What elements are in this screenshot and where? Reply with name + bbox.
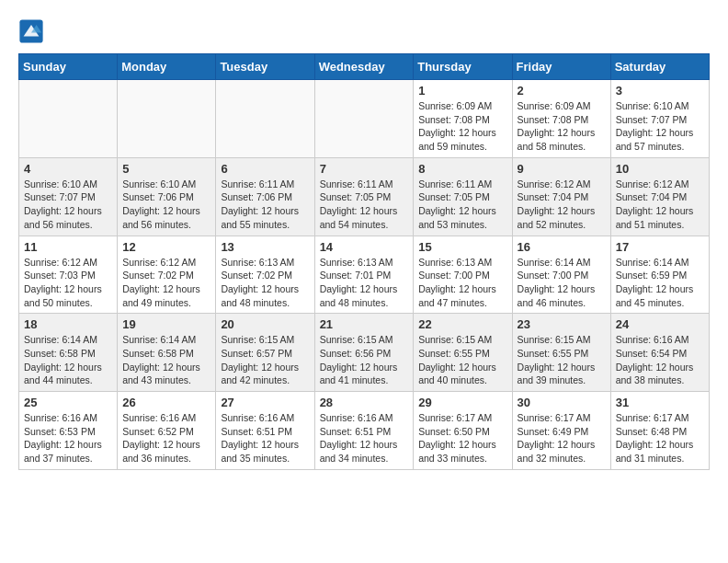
weekday-header: Wednesday [314,54,414,80]
calendar-cell: 7Sunrise: 6:11 AM Sunset: 7:05 PM Daylig… [314,157,414,236]
day-info: Sunrise: 6:09 AM Sunset: 7:08 PM Dayligh… [518,99,606,154]
day-number: 7 [320,162,409,176]
day-number: 28 [320,396,409,409]
day-number: 6 [221,162,309,176]
calendar-cell: 3Sunrise: 6:10 AM Sunset: 7:07 PM Daylig… [610,80,709,158]
calendar-cell: 19Sunrise: 6:14 AM Sunset: 6:58 PM Dayli… [118,314,216,392]
weekday-header: Monday [118,54,216,80]
day-number: 18 [24,317,112,331]
day-info: Sunrise: 6:13 AM Sunset: 7:00 PM Dayligh… [418,256,506,310]
logo [18,18,49,44]
day-number: 15 [418,240,506,254]
day-info: Sunrise: 6:16 AM Sunset: 6:51 PM Dayligh… [221,411,309,465]
day-info: Sunrise: 6:09 AM Sunset: 7:08 PM Dayligh… [418,99,506,154]
calendar-cell [216,80,314,158]
day-info: Sunrise: 6:14 AM Sunset: 7:00 PM Dayligh… [518,256,606,310]
calendar-cell: 30Sunrise: 6:17 AM Sunset: 6:49 PM Dayli… [512,392,610,470]
day-number: 26 [122,396,210,409]
calendar-cell: 12Sunrise: 6:12 AM Sunset: 7:02 PM Dayli… [118,236,216,314]
calendar-header: SundayMondayTuesdayWednesdayThursdayFrid… [19,54,710,80]
day-number: 19 [122,317,210,331]
calendar-cell [19,80,118,158]
day-number: 27 [221,396,309,409]
day-info: Sunrise: 6:11 AM Sunset: 7:06 PM Dayligh… [221,178,309,232]
day-info: Sunrise: 6:10 AM Sunset: 7:07 PM Dayligh… [616,99,704,154]
day-info: Sunrise: 6:15 AM Sunset: 6:55 PM Dayligh… [518,333,606,387]
day-info: Sunrise: 6:13 AM Sunset: 7:01 PM Dayligh… [320,256,409,310]
calendar-cell: 9Sunrise: 6:12 AM Sunset: 7:04 PM Daylig… [512,157,610,236]
page-header [18,18,710,44]
calendar-cell: 2Sunrise: 6:09 AM Sunset: 7:08 PM Daylig… [512,80,610,158]
day-number: 13 [221,240,309,254]
calendar-cell: 11Sunrise: 6:12 AM Sunset: 7:03 PM Dayli… [19,236,118,314]
weekday-header: Friday [512,54,610,80]
day-info: Sunrise: 6:14 AM Sunset: 6:58 PM Dayligh… [24,333,112,387]
calendar-cell: 18Sunrise: 6:14 AM Sunset: 6:58 PM Dayli… [19,314,118,392]
calendar-cell: 8Sunrise: 6:11 AM Sunset: 7:05 PM Daylig… [414,157,512,236]
day-number: 22 [418,317,506,331]
day-info: Sunrise: 6:17 AM Sunset: 6:48 PM Dayligh… [616,411,704,465]
day-number: 5 [122,162,210,176]
calendar-cell [314,80,414,158]
calendar-cell: 15Sunrise: 6:13 AM Sunset: 7:00 PM Dayli… [414,236,512,314]
calendar-cell: 22Sunrise: 6:15 AM Sunset: 6:55 PM Dayli… [414,314,512,392]
calendar-cell: 10Sunrise: 6:12 AM Sunset: 7:04 PM Dayli… [610,157,709,236]
weekday-header: Thursday [414,54,512,80]
day-info: Sunrise: 6:15 AM Sunset: 6:57 PM Dayligh… [221,333,309,387]
calendar-cell: 28Sunrise: 6:16 AM Sunset: 6:51 PM Dayli… [314,392,414,470]
day-info: Sunrise: 6:16 AM Sunset: 6:51 PM Dayligh… [320,411,409,465]
day-number: 21 [320,317,409,331]
day-number: 23 [518,317,606,331]
day-number: 17 [616,240,704,254]
calendar-cell: 23Sunrise: 6:15 AM Sunset: 6:55 PM Dayli… [512,314,610,392]
day-number: 20 [221,317,309,331]
calendar-cell: 6Sunrise: 6:11 AM Sunset: 7:06 PM Daylig… [216,157,314,236]
day-info: Sunrise: 6:10 AM Sunset: 7:06 PM Dayligh… [122,178,210,232]
day-info: Sunrise: 6:10 AM Sunset: 7:07 PM Dayligh… [24,178,112,232]
calendar-week-row: 18Sunrise: 6:14 AM Sunset: 6:58 PM Dayli… [19,314,710,392]
day-number: 24 [616,317,704,331]
calendar-cell: 16Sunrise: 6:14 AM Sunset: 7:00 PM Dayli… [512,236,610,314]
calendar-cell: 29Sunrise: 6:17 AM Sunset: 6:50 PM Dayli… [414,392,512,470]
calendar-cell: 24Sunrise: 6:16 AM Sunset: 6:54 PM Dayli… [610,314,709,392]
calendar-cell: 14Sunrise: 6:13 AM Sunset: 7:01 PM Dayli… [314,236,414,314]
calendar-cell: 31Sunrise: 6:17 AM Sunset: 6:48 PM Dayli… [610,392,709,470]
calendar-cell [118,80,216,158]
calendar: SundayMondayTuesdayWednesdayThursdayFrid… [18,53,710,470]
day-number: 9 [518,162,606,176]
day-number: 4 [24,162,112,176]
day-number: 30 [518,396,606,409]
day-number: 11 [24,240,112,254]
day-info: Sunrise: 6:12 AM Sunset: 7:03 PM Dayligh… [24,256,112,310]
weekday-header: Tuesday [216,54,314,80]
day-info: Sunrise: 6:12 AM Sunset: 7:04 PM Dayligh… [518,178,606,232]
day-number: 29 [418,396,506,409]
calendar-cell: 1Sunrise: 6:09 AM Sunset: 7:08 PM Daylig… [414,80,512,158]
logo-icon [18,18,44,44]
day-number: 25 [24,396,112,409]
day-info: Sunrise: 6:16 AM Sunset: 6:52 PM Dayligh… [122,411,210,465]
day-number: 16 [518,240,606,254]
day-number: 14 [320,240,409,254]
calendar-cell: 25Sunrise: 6:16 AM Sunset: 6:53 PM Dayli… [19,392,118,470]
day-number: 12 [122,240,210,254]
day-info: Sunrise: 6:17 AM Sunset: 6:50 PM Dayligh… [418,411,506,465]
calendar-cell: 20Sunrise: 6:15 AM Sunset: 6:57 PM Dayli… [216,314,314,392]
day-info: Sunrise: 6:14 AM Sunset: 6:59 PM Dayligh… [616,256,704,310]
day-info: Sunrise: 6:13 AM Sunset: 7:02 PM Dayligh… [221,256,309,310]
day-info: Sunrise: 6:14 AM Sunset: 6:58 PM Dayligh… [122,333,210,387]
day-number: 3 [616,84,704,98]
day-number: 2 [518,84,606,98]
calendar-body: 1Sunrise: 6:09 AM Sunset: 7:08 PM Daylig… [19,80,710,470]
calendar-cell: 5Sunrise: 6:10 AM Sunset: 7:06 PM Daylig… [118,157,216,236]
calendar-week-row: 25Sunrise: 6:16 AM Sunset: 6:53 PM Dayli… [19,392,710,470]
day-info: Sunrise: 6:16 AM Sunset: 6:54 PM Dayligh… [616,333,704,387]
calendar-cell: 17Sunrise: 6:14 AM Sunset: 6:59 PM Dayli… [610,236,709,314]
calendar-cell: 13Sunrise: 6:13 AM Sunset: 7:02 PM Dayli… [216,236,314,314]
calendar-cell: 27Sunrise: 6:16 AM Sunset: 6:51 PM Dayli… [216,392,314,470]
day-info: Sunrise: 6:12 AM Sunset: 7:04 PM Dayligh… [616,178,704,232]
day-number: 1 [418,84,506,98]
calendar-week-row: 1Sunrise: 6:09 AM Sunset: 7:08 PM Daylig… [19,80,710,158]
day-info: Sunrise: 6:16 AM Sunset: 6:53 PM Dayligh… [24,411,112,465]
calendar-week-row: 4Sunrise: 6:10 AM Sunset: 7:07 PM Daylig… [19,157,710,236]
